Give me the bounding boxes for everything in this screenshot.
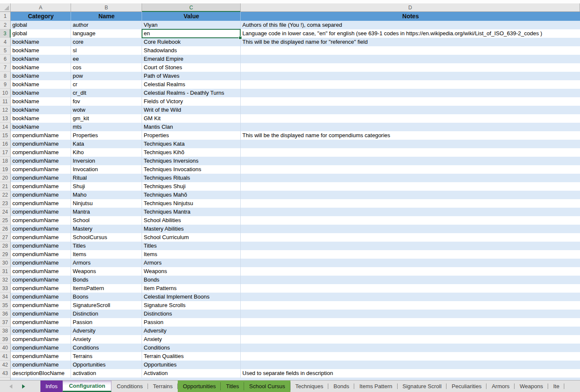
cell-category[interactable]: compendiumName [11,310,71,318]
cell-value[interactable]: Shadowlands [142,46,241,55]
sheet-tab-bonds[interactable]: Bonds [328,381,354,392]
cell-notes[interactable] [241,301,580,310]
cell-name[interactable]: language [71,29,142,38]
cell-name[interactable]: Bonds [71,276,142,284]
row-header[interactable]: 9 [0,80,11,89]
cell-value[interactable]: Celestial Realms - Deathly Turns [142,89,241,97]
cell-name[interactable]: ItemsPattern [71,284,142,293]
sheet-tab-conditions[interactable]: Conditions [111,381,148,392]
cell-name[interactable]: School [71,216,142,225]
cell-value[interactable]: Emerald Empire [142,55,241,63]
tabs-scroll-right-icon[interactable] [22,384,25,389]
row-header[interactable]: 4 [0,38,11,46]
cell-value[interactable]: Celestial Realms [142,80,241,89]
cell-name[interactable]: Conditions [71,344,142,352]
cell-notes[interactable] [241,310,580,318]
cell-name[interactable]: core [71,38,142,46]
cell-name[interactable]: Passion [71,318,142,327]
row-header[interactable]: 33 [0,284,11,293]
cell-category[interactable]: compendiumName [11,242,71,250]
cell-notes[interactable] [241,216,580,225]
cell-value[interactable]: Opportunities [142,361,241,369]
cell-notes[interactable] [241,174,580,182]
row-header[interactable]: 38 [0,327,11,335]
cell-category[interactable]: bookName [11,38,71,46]
cell-value[interactable]: School Curriculum [142,233,241,242]
cell-name[interactable]: cos [71,63,142,72]
header-cell-value[interactable]: Value [142,12,241,21]
cell-name[interactable]: Boons [71,293,142,301]
cell-name[interactable]: Weapons [71,267,142,276]
cell-notes[interactable] [241,344,580,352]
row-header[interactable]: 8 [0,72,11,80]
cell-notes[interactable] [241,284,580,293]
row-header[interactable]: 14 [0,123,11,131]
row-header[interactable]: 12 [0,106,11,114]
row-header[interactable]: 30 [0,259,11,267]
cell-value[interactable]: Distinctions [142,310,241,318]
cell-notes[interactable] [241,80,580,89]
sheet-tab-peculiarities[interactable]: Peculiarities [446,381,486,392]
cell-category[interactable]: bookName [11,80,71,89]
cell-notes[interactable] [241,148,580,157]
sheet-tab-titles[interactable]: Titles [221,381,244,392]
row-header[interactable]: 6 [0,55,11,63]
row-header[interactable]: 28 [0,242,11,250]
cell-value[interactable]: Weapons [142,267,241,276]
row-header[interactable]: 21 [0,182,11,191]
cell-value[interactable]: Properties [142,131,241,140]
cell-category[interactable]: compendiumName [11,284,71,293]
cell-category[interactable]: compendiumName [11,174,71,182]
cell-category[interactable]: bookName [11,123,71,131]
sheet-tab-items-pattern[interactable]: Items Pattern [354,381,397,392]
cell-value[interactable]: Core Rulebook [142,38,241,46]
cell-category[interactable]: compendiumName [11,344,71,352]
cell-value[interactable]: Writ of the Wild [142,106,241,114]
cell-value[interactable]: Titles [142,242,241,250]
cell-name[interactable]: Kata [71,140,142,148]
cell-notes[interactable]: This will be the displayed name for "ref… [241,38,580,46]
row-header[interactable]: 1 [0,12,11,21]
cell-category[interactable]: compendiumName [11,208,71,216]
select-all-corner[interactable] [0,3,11,11]
cell-category[interactable]: compendiumName [11,233,71,242]
cell-name[interactable]: Mastery [71,225,142,233]
cell-value[interactable]: Techniques Invocations [142,165,241,174]
sheet-tab-techniques[interactable]: Techniques [290,381,329,392]
cell-category[interactable]: compendiumName [11,157,71,165]
row-header[interactable]: 36 [0,310,11,318]
row-header[interactable]: 16 [0,140,11,148]
cell-value[interactable]: Armors [142,259,241,267]
cell-value[interactable]: Techniques Ninjutsu [142,199,241,208]
cell-notes[interactable] [241,123,580,131]
cell-value[interactable]: Terrain Qualities [142,352,241,361]
cell-name[interactable]: SchoolCursus [71,233,142,242]
cell-notes[interactable] [241,242,580,250]
row-header[interactable]: 5 [0,46,11,55]
cell-notes[interactable] [241,63,580,72]
cell-name[interactable]: Invocation [71,165,142,174]
row-header[interactable]: 39 [0,335,11,344]
row-header[interactable]: 35 [0,301,11,310]
cell-notes[interactable]: Authors of this file (You !), coma separ… [241,21,580,29]
cell-name[interactable]: Ritual [71,174,142,182]
row-header[interactable]: 18 [0,157,11,165]
row-header[interactable]: 3 [0,29,11,38]
cell-value[interactable]: Vlyan [142,21,241,29]
cell-value[interactable]: Bonds [142,276,241,284]
cell-name[interactable]: author [71,21,142,29]
row-header[interactable]: 15 [0,131,11,140]
cell-value[interactable]: Signature Scrolls [142,301,241,310]
cell-notes[interactable] [241,318,580,327]
cell-value[interactable]: Techniques Mahõ [142,191,241,199]
cell-notes[interactable] [241,46,580,55]
cell-category[interactable]: compendiumName [11,140,71,148]
cell-value[interactable]: Techniques Kihõ [142,148,241,157]
cell-notes[interactable]: Used to separate fields in description [241,369,580,378]
cell-name[interactable]: Anxiety [71,335,142,344]
cell-notes[interactable] [241,250,580,259]
cell-notes[interactable] [241,259,580,267]
row-header[interactable]: 42 [0,361,11,369]
cell-name[interactable]: fov [71,97,142,106]
sheet-tab-terrains[interactable]: Terrains [148,381,178,392]
